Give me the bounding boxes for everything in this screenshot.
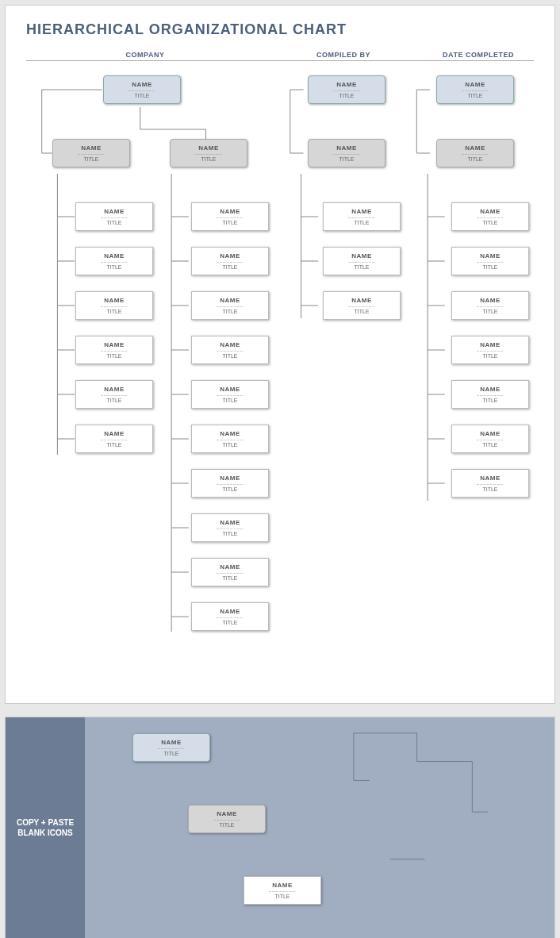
blank-leaf-node[interactable]: NAME –––––––– TITLE [244, 876, 321, 905]
leaf-node[interactable]: NAME––––––––TITLE [75, 202, 153, 231]
leaf-node[interactable]: NAME––––––––TITLE [323, 247, 401, 275]
org-area: NAME –––––––– TITLE NAME –––––––– TITLE … [26, 72, 534, 671]
node-divider: –––––––– [107, 89, 177, 92]
node-title: TITLE [174, 156, 244, 162]
leaf-node[interactable]: NAME––––––––TITLE [191, 513, 269, 542]
mid-node-1b[interactable]: NAME –––––––– TITLE [170, 139, 247, 167]
leaf-node[interactable]: NAME––––––––TITLE [75, 425, 153, 453]
sidebar-label: COPY + PASTE BLANK ICONS [12, 817, 79, 838]
header-compiled: COMPILED BY [264, 51, 423, 59]
leaf-node[interactable]: NAME––––––––TITLE [191, 247, 269, 275]
node-divider: –––––––– [174, 152, 244, 156]
node-title: TITLE [107, 93, 177, 98]
node-divider: –––––––– [56, 152, 126, 156]
leaf-node[interactable]: NAME––––––––TITLE [75, 336, 153, 364]
header-company: COMPANY [26, 51, 264, 59]
leaf-node[interactable]: NAME––––––––TITLE [451, 202, 529, 231]
node-name: NAME [56, 144, 126, 152]
node-title: TITLE [56, 156, 126, 162]
leaf-node[interactable]: NAME––––––––TITLE [191, 558, 269, 586]
top-node-1[interactable]: NAME –––––––– TITLE [103, 75, 181, 104]
leaf-node[interactable]: NAME––––––––TITLE [191, 425, 269, 453]
node-name: NAME [174, 144, 244, 152]
leaf-node[interactable]: NAME––––––––TITLE [75, 380, 153, 409]
leaf-node[interactable]: NAME––––––––TITLE [451, 425, 529, 453]
leaf-node[interactable]: NAME––––––––TITLE [451, 380, 529, 409]
leaf-node[interactable]: NAME––––––––TITLE [75, 247, 153, 275]
leaf-node[interactable]: NAME––––––––TITLE [191, 202, 269, 231]
leaf-node[interactable]: NAME––––––––TITLE [191, 291, 269, 320]
header-date: DATE COMPLETED [423, 51, 534, 59]
leaf-node[interactable]: NAME––––––––TITLE [191, 469, 269, 498]
panel-body: NAME –––––––– TITLE NAME –––––––– TITLE … [85, 717, 554, 938]
leaf-node[interactable]: NAME––––––––TITLE [323, 202, 401, 231]
leaf-node[interactable]: NAME––––––––TITLE [451, 336, 529, 364]
leaf-node[interactable]: NAME––––––––TITLE [191, 602, 269, 631]
mid-node-2[interactable]: NAME––––––––TITLE [308, 139, 385, 167]
blank-top-node[interactable]: NAME –––––––– TITLE [132, 733, 210, 762]
leaf-node[interactable]: NAME––––––––TITLE [191, 336, 269, 364]
mid-node-1a[interactable]: NAME –––––––– TITLE [52, 139, 130, 167]
top-node-2[interactable]: NAME––––––––TITLE [308, 75, 385, 104]
panel-sidebar: COPY + PASTE BLANK ICONS [6, 717, 85, 938]
top-node-3[interactable]: NAME––––––––TITLE [436, 75, 514, 104]
mid-node-3[interactable]: NAME––––––––TITLE [436, 139, 514, 167]
leaf-node[interactable]: NAME––––––––TITLE [323, 291, 401, 320]
blank-mid-node[interactable]: NAME –––––––– TITLE [188, 805, 266, 833]
leaf-node[interactable]: NAME––––––––TITLE [451, 469, 529, 498]
leaf-node[interactable]: NAME––––––––TITLE [451, 247, 529, 275]
leaf-node[interactable]: NAME––––––––TITLE [451, 291, 529, 320]
leaf-node[interactable]: NAME––––––––TITLE [75, 291, 153, 320]
node-name: NAME [107, 81, 177, 88]
org-chart-page: HIERARCHICAL ORGANIZATIONAL CHART COMPAN… [5, 5, 555, 704]
header-row: COMPANY COMPILED BY DATE COMPLETED [26, 51, 534, 61]
leaf-node[interactable]: NAME––––––––TITLE [191, 380, 269, 409]
copy-paste-panel: COPY + PASTE BLANK ICONS NAME –––––––– T… [5, 717, 555, 938]
page-title: HIERARCHICAL ORGANIZATIONAL CHART [26, 21, 534, 38]
